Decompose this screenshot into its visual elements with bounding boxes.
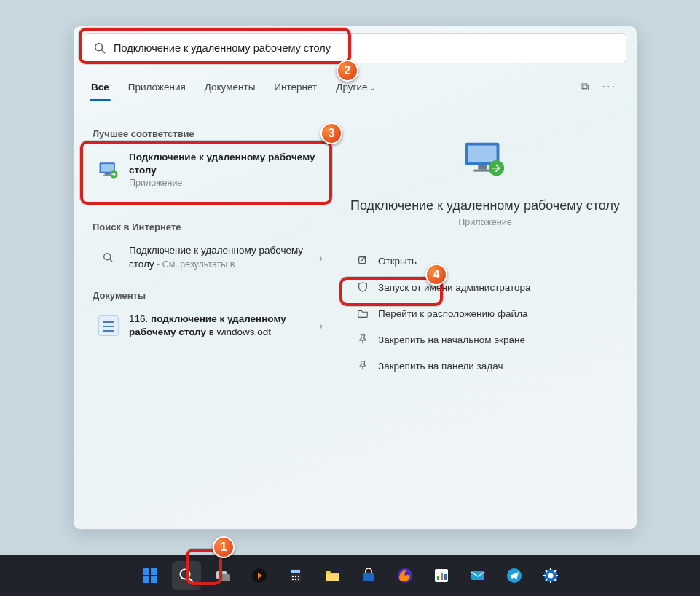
svg-line-50 — [554, 570, 556, 572]
svg-rect-22 — [220, 574, 230, 581]
svg-rect-17 — [143, 576, 149, 583]
action-list: Открыть Запуск от имени администратора П… — [350, 248, 620, 379]
chevron-down-icon: ⌄ — [369, 84, 375, 92]
section-docs: Документы — [93, 290, 330, 301]
action-open-label: Открыть — [378, 256, 417, 267]
svg-point-0 — [95, 44, 103, 51]
action-pin-taskbar[interactable]: Закрепить на панели задач — [350, 353, 620, 379]
svg-rect-39 — [444, 574, 447, 580]
action-file-location-label: Перейти к расположению файла — [378, 308, 528, 319]
tab-documents[interactable]: Документы — [203, 77, 257, 100]
store-icon[interactable] — [354, 561, 383, 590]
svg-point-30 — [291, 579, 293, 580]
folder-icon — [356, 307, 369, 320]
svg-rect-37 — [437, 576, 439, 580]
tab-internet[interactable]: Интернет — [272, 77, 318, 100]
svg-rect-38 — [441, 573, 443, 580]
svg-point-29 — [297, 576, 299, 577]
calculator-icon[interactable] — [281, 561, 310, 590]
svg-rect-34 — [363, 573, 374, 581]
svg-rect-3 — [101, 164, 114, 172]
detail-subtitle: Приложение — [458, 217, 511, 227]
detail-pane: Подключение к удаленному рабочему столу … — [350, 132, 620, 379]
firefox-icon[interactable] — [390, 561, 420, 590]
org-search-icon[interactable]: ⧉ — [581, 80, 589, 93]
file-explorer-icon[interactable] — [318, 561, 347, 590]
rdp-app-icon-large — [456, 132, 514, 190]
action-pin-start-label: Закрепить на начальном экране — [378, 334, 525, 345]
best-match-text: Подключение к удаленному рабочему столу … — [129, 151, 323, 189]
section-web: Поиск в Интернете — [93, 221, 330, 232]
svg-line-1 — [102, 50, 105, 53]
svg-line-48 — [546, 570, 547, 572]
doc-result-text: 116. подключение к удаленному рабочему с… — [129, 313, 310, 339]
svg-point-32 — [297, 579, 299, 580]
svg-rect-40 — [471, 571, 484, 580]
tab-more[interactable]: Другие⌄ — [334, 77, 377, 100]
svg-rect-12 — [473, 170, 490, 172]
task-view-button[interactable] — [208, 561, 237, 590]
action-open[interactable]: Открыть — [350, 248, 620, 274]
chevron-right-icon: › — [319, 320, 323, 332]
filter-tabs: Все Приложения Документы Интернет Другие… — [90, 77, 621, 100]
svg-point-27 — [291, 576, 293, 577]
action-pin-taskbar-label: Закрепить на панели задач — [378, 361, 503, 372]
svg-line-49 — [554, 579, 556, 581]
search-input[interactable] — [114, 42, 617, 54]
taskbar — [0, 555, 700, 596]
web-result-row[interactable]: Подключение к удаленному рабочему столу … — [90, 237, 330, 278]
detail-title: Подключение к удаленному рабочему столу — [350, 197, 620, 214]
doc-result-row[interactable]: 116. подключение к удаленному рабочему с… — [90, 305, 330, 346]
shield-icon — [356, 281, 369, 294]
action-run-admin-label: Запуск от имени администратора — [378, 282, 531, 293]
open-icon — [356, 254, 369, 267]
chart-app-icon[interactable] — [427, 561, 456, 590]
pin-icon — [356, 359, 369, 372]
svg-rect-10 — [468, 146, 497, 162]
svg-point-43 — [548, 573, 553, 579]
pin-icon — [356, 333, 369, 346]
filter-right-controls: ⧉ ··· — [581, 80, 616, 93]
badge-2: 2 — [337, 60, 358, 82]
action-run-admin[interactable]: Запуск от имени администратора — [350, 274, 620, 300]
svg-rect-15 — [143, 568, 149, 575]
telegram-icon[interactable] — [500, 561, 529, 590]
chevron-right-icon: › — [319, 252, 323, 264]
start-search-panel: Все Приложения Документы Интернет Другие… — [73, 26, 637, 530]
svg-rect-18 — [151, 576, 157, 583]
settings-icon[interactable] — [536, 561, 565, 590]
search-small-icon — [97, 246, 120, 270]
results-left-column: Лучшее соответствие Подключение к удален… — [90, 119, 330, 346]
badge-3: 3 — [320, 122, 342, 144]
svg-line-51 — [546, 579, 547, 581]
mail-icon[interactable] — [463, 561, 492, 590]
more-options-icon[interactable]: ··· — [602, 80, 616, 93]
svg-rect-4 — [105, 173, 110, 175]
svg-point-28 — [294, 576, 296, 577]
svg-rect-26 — [291, 570, 300, 573]
tab-all[interactable]: Все — [90, 77, 111, 100]
document-icon — [97, 314, 120, 337]
badge-1: 1 — [213, 536, 235, 558]
svg-line-20 — [189, 578, 192, 581]
svg-rect-11 — [478, 165, 487, 170]
best-match-row[interactable]: Подключение к удаленному рабочему столу … — [90, 144, 330, 197]
section-best-match: Лучшее соответствие — [93, 128, 330, 139]
search-button[interactable] — [172, 561, 201, 590]
start-button[interactable] — [135, 561, 165, 590]
media-player-icon[interactable] — [245, 561, 274, 590]
action-file-location[interactable]: Перейти к расположению файла — [350, 300, 620, 326]
search-icon — [93, 42, 106, 55]
action-pin-start[interactable]: Закрепить на начальном экране — [350, 326, 620, 353]
svg-rect-33 — [326, 574, 339, 581]
rdp-app-icon — [97, 159, 120, 182]
search-bar[interactable] — [84, 33, 626, 63]
svg-rect-16 — [151, 568, 157, 575]
tab-apps[interactable]: Приложения — [127, 77, 187, 100]
badge-4: 4 — [425, 264, 447, 286]
web-result-text: Подключение к удаленному рабочему столу … — [129, 244, 310, 270]
svg-point-31 — [294, 579, 296, 580]
svg-line-8 — [110, 259, 113, 262]
